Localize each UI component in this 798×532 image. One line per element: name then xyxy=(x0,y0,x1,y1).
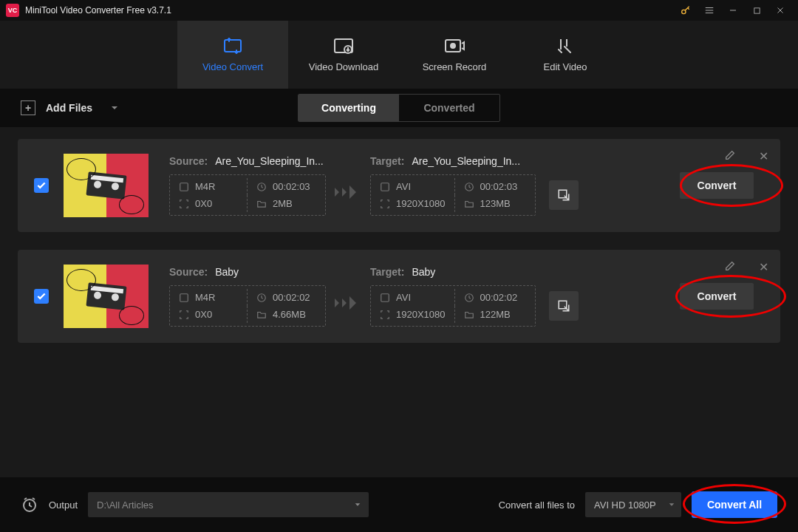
output-label: Output xyxy=(49,499,78,511)
tab-label: Screen Record xyxy=(423,61,487,72)
source-label: Source: xyxy=(169,266,208,278)
target-block: Target: Baby AVI 00:02:02 1920X1080 122M… xyxy=(370,266,592,327)
resolution-icon xyxy=(380,310,390,320)
edit-icon[interactable] xyxy=(724,260,736,272)
output-path: D:\All Articles xyxy=(97,499,154,511)
folder-icon xyxy=(256,199,267,209)
source-block: Source: Are_You_Sleeping_In... M4R 00:02… xyxy=(169,155,329,216)
items-list: Source: Are_You_Sleeping_In... M4R 00:02… xyxy=(0,127,798,355)
item-thumbnail xyxy=(64,265,149,328)
convert-button[interactable]: Convert xyxy=(680,283,754,310)
target-label: Target: xyxy=(370,266,404,278)
app-logo: VC xyxy=(6,4,19,17)
svg-rect-14 xyxy=(381,293,389,301)
convert-all-label: Convert all files to xyxy=(499,499,575,511)
window-maximize-icon[interactable] xyxy=(745,0,768,21)
format-icon xyxy=(179,182,189,192)
folder-icon xyxy=(464,199,474,209)
tab-label: Video Convert xyxy=(202,61,263,72)
svg-rect-1 xyxy=(754,7,759,13)
chevron-down-icon xyxy=(668,501,675,508)
target-preset-button[interactable] xyxy=(549,180,579,210)
tab-label: Edit Video xyxy=(543,61,587,72)
clock-icon xyxy=(256,293,267,303)
chevron-down-icon xyxy=(110,103,119,112)
resolution-icon xyxy=(179,310,189,320)
target-specs: AVI 00:02:02 1920X1080 122MB xyxy=(370,285,536,327)
tab-converted[interactable]: Converted xyxy=(399,95,499,121)
target-label: Target: xyxy=(370,155,404,167)
schedule-icon[interactable] xyxy=(21,496,38,514)
source-label: Source: xyxy=(169,155,208,167)
folder-icon xyxy=(256,310,267,320)
output-path-select[interactable]: D:\All Articles xyxy=(88,492,369,517)
folder-icon xyxy=(464,310,474,320)
menu-icon[interactable] xyxy=(698,0,721,21)
edit-icon[interactable] xyxy=(724,149,736,161)
clock-icon xyxy=(464,182,474,192)
convert-all-button[interactable]: Convert All xyxy=(692,491,777,518)
target-name: Are_You_Sleeping_In... xyxy=(412,155,520,167)
item-checkbox[interactable] xyxy=(34,289,49,304)
source-name: Baby xyxy=(215,266,239,278)
output-preset-select[interactable]: AVI HD 1080P xyxy=(585,492,681,517)
edit-video-icon xyxy=(554,38,576,54)
add-files-label: Add Files xyxy=(46,102,92,114)
add-files-button[interactable]: + Add Files xyxy=(21,100,119,115)
clock-icon xyxy=(256,182,267,192)
target-block: Target: Are_You_Sleeping_In... AVI 00:02… xyxy=(370,155,592,216)
tab-screen-record[interactable]: Screen Record xyxy=(399,21,510,89)
convert-button[interactable]: Convert xyxy=(680,172,754,199)
item-thumbnail xyxy=(64,154,149,217)
svg-point-6 xyxy=(451,44,455,48)
app-logo-text: VC xyxy=(8,7,18,14)
svg-rect-12 xyxy=(180,293,188,301)
output-preset: AVI HD 1080P xyxy=(594,499,656,511)
chevron-down-icon xyxy=(354,501,361,508)
resolution-icon xyxy=(179,199,189,209)
tab-video-convert[interactable]: Video Convert xyxy=(177,21,288,89)
format-icon xyxy=(380,182,390,192)
toolbar: + Add Files Converting Converted xyxy=(0,89,798,127)
format-icon xyxy=(380,293,390,303)
item-card: Source: Are_You_Sleeping_In... M4R 00:02… xyxy=(18,139,780,232)
arrow-icon xyxy=(329,185,370,199)
target-name: Baby xyxy=(412,266,435,278)
download-icon xyxy=(332,38,355,54)
tab-edit-video[interactable]: Edit Video xyxy=(510,21,621,89)
source-specs: M4R 00:02:02 0X0 4.66MB xyxy=(169,285,326,327)
clock-icon xyxy=(464,293,474,303)
svg-rect-9 xyxy=(381,183,389,191)
tab-label: Video Download xyxy=(309,61,378,72)
arrow-icon xyxy=(329,296,370,310)
record-icon xyxy=(443,38,466,54)
window-minimize-icon[interactable] xyxy=(721,0,745,21)
item-card: Source: Baby M4R 00:02:02 0X0 4.66MB Tar… xyxy=(18,250,780,343)
target-specs: AVI 00:02:03 1920X1080 123MB xyxy=(370,174,536,216)
window-close-icon[interactable] xyxy=(768,0,792,21)
format-icon xyxy=(179,293,189,303)
source-name: Are_You_Sleeping_In... xyxy=(215,155,324,167)
target-preset-button[interactable] xyxy=(549,291,579,321)
svg-rect-2 xyxy=(225,40,241,52)
app-title: MiniTool Video Converter Free v3.7.1 xyxy=(25,5,171,16)
close-icon[interactable]: ✕ xyxy=(759,260,768,274)
plus-icon: + xyxy=(21,100,35,115)
resolution-icon xyxy=(380,199,390,209)
sub-tabs: Converting Converted xyxy=(298,94,500,122)
upgrade-key-icon[interactable] xyxy=(674,0,698,21)
bottom-bar: Output D:\All Articles Convert all files… xyxy=(0,477,798,532)
tab-converting[interactable]: Converting xyxy=(299,95,399,121)
svg-rect-7 xyxy=(180,183,188,191)
tab-video-download[interactable]: Video Download xyxy=(288,21,399,89)
close-icon[interactable]: ✕ xyxy=(759,149,768,163)
item-checkbox[interactable] xyxy=(34,178,49,193)
convert-icon xyxy=(222,38,244,54)
main-tabs: Video Convert Video Download Screen Reco… xyxy=(0,21,798,89)
source-block: Source: Baby M4R 00:02:02 0X0 4.66MB xyxy=(169,266,329,327)
title-bar: VC MiniTool Video Converter Free v3.7.1 xyxy=(0,0,798,21)
source-specs: M4R 00:02:03 0X0 2MB xyxy=(169,174,326,216)
